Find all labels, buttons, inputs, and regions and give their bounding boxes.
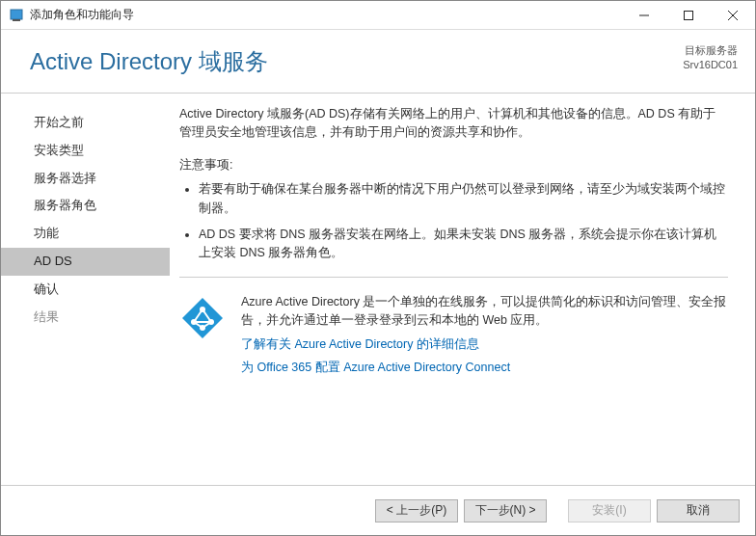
window-controls <box>622 1 755 30</box>
svg-rect-3 <box>685 11 693 19</box>
content-area: Active Directory 域服务(AD DS)存储有关网络上的用户、计算… <box>170 94 755 485</box>
target-server-value: Srv16DC01 <box>683 58 738 72</box>
divider <box>179 277 728 278</box>
azure-description: Azure Active Directory 是一个单独的在线服务，可以提供简化… <box>241 293 728 331</box>
titlebar: 添加角色和功能向导 <box>1 1 755 30</box>
azure-text-block: Azure Active Directory 是一个单独的在线服务，可以提供简化… <box>241 293 728 382</box>
previous-button[interactable]: < 上一步(P) <box>375 499 458 523</box>
notes-list: 若要有助于确保在某台服务器中断的情况下用户仍然可以登录到网络，请至少为域安装两个… <box>179 180 728 263</box>
nav-ad-ds[interactable]: AD DS <box>1 248 170 276</box>
wizard-window: 添加角色和功能向导 Active Directory 域服务 目标服务器 Srv… <box>0 0 756 536</box>
next-button[interactable]: 下一步(N) > <box>464 499 547 523</box>
nav-server-selection[interactable]: 服务器选择 <box>1 165 170 193</box>
intro-text: Active Directory 域服务(AD DS)存储有关网络上的用户、计算… <box>179 105 728 143</box>
nav-features[interactable]: 功能 <box>1 220 170 248</box>
svg-marker-6 <box>182 298 223 338</box>
minimize-button[interactable] <box>622 1 666 30</box>
nav-server-roles[interactable]: 服务器角色 <box>1 192 170 220</box>
sidebar-nav: 开始之前 安装类型 服务器选择 服务器角色 功能 AD DS 确认 结果 <box>1 94 170 485</box>
target-server-label: 目标服务器 <box>683 43 738 58</box>
note-item-2: AD DS 要求将 DNS 服务器安装在网络上。如果未安装 DNS 服务器，系统… <box>199 226 728 263</box>
page-title: Active Directory 域服务 <box>1 46 268 77</box>
window-title: 添加角色和功能向导 <box>30 7 622 23</box>
wizard-body: 开始之前 安装类型 服务器选择 服务器角色 功能 AD DS 确认 结果 Act… <box>1 94 755 485</box>
azure-learn-more-link[interactable]: 了解有关 Azure Active Directory 的详细信息 <box>241 335 728 354</box>
footer-buttons: < 上一步(P) 下一步(N) > 安装(I) 取消 <box>1 485 755 535</box>
target-server-info: 目标服务器 Srv16DC01 <box>683 43 738 73</box>
notes-heading: 注意事项: <box>179 156 728 174</box>
svg-rect-1 <box>13 19 20 21</box>
maximize-button[interactable] <box>666 1 711 30</box>
azure-ad-icon <box>179 293 226 382</box>
nav-results: 结果 <box>1 304 170 332</box>
install-button: 安装(I) <box>568 499 651 523</box>
cancel-button[interactable]: 取消 <box>657 499 740 523</box>
app-icon <box>9 8 24 23</box>
azure-info-block: Azure Active Directory 是一个单独的在线服务，可以提供简化… <box>179 293 728 382</box>
close-button[interactable] <box>711 1 755 30</box>
svg-rect-0 <box>11 10 22 19</box>
nav-confirmation[interactable]: 确认 <box>1 276 170 304</box>
note-item-1: 若要有助于确保在某台服务器中断的情况下用户仍然可以登录到网络，请至少为域安装两个… <box>199 180 728 218</box>
nav-installation-type[interactable]: 安装类型 <box>1 137 170 165</box>
nav-before-you-begin[interactable]: 开始之前 <box>1 109 170 137</box>
azure-o365-connect-link[interactable]: 为 Office 365 配置 Azure Active Directory C… <box>241 359 728 377</box>
header-band: Active Directory 域服务 目标服务器 Srv16DC01 <box>1 30 755 94</box>
